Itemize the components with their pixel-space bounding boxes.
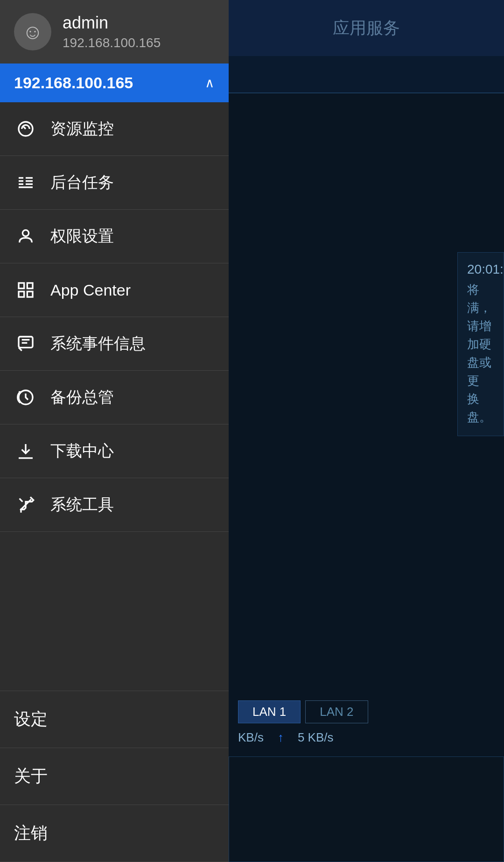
svg-line-3 [28, 127, 29, 127]
ip-selector[interactable]: 192.168.100.165 ∧ [0, 64, 229, 102]
bg-download-stat: KB/s [238, 730, 264, 745]
message-icon [14, 332, 37, 355]
bg-header: 应用服务 [229, 0, 504, 56]
bg-alert: 20:01:52 将满，请增加硬盘或更换盘。 [457, 252, 504, 436]
sidebar-item-label-permissions: 权限设置 [50, 226, 114, 247]
bg-upload-stat: 5 KB/s [298, 730, 334, 745]
svg-rect-12 [19, 283, 24, 289]
sidebar-item-system-tools[interactable]: 系统工具 [0, 478, 229, 532]
bg-header-title: 应用服务 [333, 17, 400, 40]
sidebar-item-resource-monitor[interactable]: 资源监控 [0, 102, 229, 156]
bg-network-section: LAN 1 LAN 2 KB/s ↑ 5 KB/s [229, 691, 504, 754]
bg-tab-bar [229, 56, 504, 93]
sidebar-item-app-center[interactable]: App Center [0, 263, 229, 317]
bg-alert-text: 将满，请增加硬盘或更换盘。 [467, 281, 494, 426]
svg-line-2 [22, 127, 23, 127]
bg-lan1-tab[interactable]: LAN 1 [238, 700, 301, 723]
user-icon [14, 225, 37, 248]
gauge-icon [14, 117, 37, 141]
sidebar-item-label-download-center: 下载中心 [50, 440, 114, 462]
svg-rect-14 [19, 291, 24, 297]
svg-point-11 [22, 230, 28, 236]
bg-upload-icon: ↑ [278, 730, 284, 745]
bg-graph-area [229, 756, 504, 862]
ip-selector-text: 192.168.100.165 [14, 74, 133, 92]
sidebar-item-label-system-tools: 系统工具 [50, 494, 114, 516]
sidebar-overlay: ☺ admin 192.168.100.165 192.168.100.165 … [0, 0, 229, 862]
sidebar-item-download-center[interactable]: 下载中心 [0, 424, 229, 478]
username: admin [63, 13, 161, 33]
sidebar-item-about[interactable]: 关于 [0, 748, 229, 805]
sidebar-item-background-tasks[interactable]: 后台任务 [0, 156, 229, 210]
sidebar-item-system-events[interactable]: 系统事件信息 [0, 317, 229, 371]
user-info: admin 192.168.100.165 [63, 13, 161, 50]
grid-icon [14, 278, 37, 302]
sidebar-item-label-about: 关于 [14, 766, 48, 785]
sidebar-item-label-backup-manager: 备份总管 [50, 387, 114, 408]
sidebar-item-label-app-center: App Center [50, 281, 131, 299]
svg-rect-13 [27, 283, 33, 289]
sidebar-item-label-settings: 设定 [14, 709, 48, 728]
bg-lan2-tab[interactable]: LAN 2 [305, 700, 368, 723]
bg-network-stats: KB/s ↑ 5 KB/s [238, 730, 495, 745]
tools-icon [14, 493, 37, 516]
bg-lan-tabs: LAN 1 LAN 2 [238, 700, 495, 723]
sidebar-item-label-resource-monitor: 资源监控 [50, 118, 114, 140]
user-header: ☺ admin 192.168.100.165 [0, 0, 229, 64]
avatar: ☺ [14, 13, 51, 50]
user-ip: 192.168.100.165 [63, 35, 161, 50]
user-icon: ☺ [22, 20, 43, 43]
backup-icon [14, 386, 37, 409]
sidebar-item-label-system-events: 系统事件信息 [50, 333, 146, 354]
sidebar-item-label-background-tasks: 后台任务 [50, 172, 114, 193]
menu-list: 资源监控 后台任务 [0, 102, 229, 691]
tasks-icon [14, 171, 37, 194]
chevron-up-icon: ∧ [205, 75, 215, 91]
download-icon [14, 439, 37, 463]
sidebar-item-permissions[interactable]: 权限设置 [0, 210, 229, 263]
svg-line-24 [20, 499, 23, 502]
sidebar-item-label-logout: 注销 [14, 823, 48, 842]
menu-bottom: 设定 关于 注销 [0, 691, 229, 862]
sidebar-item-settings[interactable]: 设定 [0, 691, 229, 748]
svg-rect-15 [27, 291, 33, 297]
sidebar-item-logout[interactable]: 注销 [0, 805, 229, 862]
sidebar-item-backup-manager[interactable]: 备份总管 [0, 371, 229, 424]
bg-alert-time: 20:01:52 [467, 262, 494, 277]
svg-rect-16 [19, 337, 33, 347]
